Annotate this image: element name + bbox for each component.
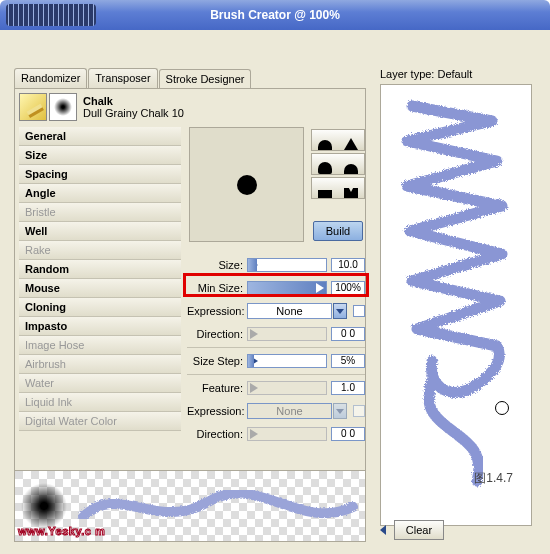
category-liquid-ink: Liquid Ink	[19, 393, 181, 412]
min-size-slider[interactable]	[247, 281, 327, 295]
min-size-value[interactable]: 100%	[331, 281, 365, 295]
expression1-label: Expression:	[187, 305, 247, 317]
category-cloning[interactable]: Cloning	[19, 298, 181, 317]
direction1-value: 0 0	[331, 327, 365, 341]
category-mouse[interactable]: Mouse	[19, 279, 181, 298]
category-angle[interactable]: Angle	[19, 184, 181, 203]
category-random[interactable]: Random	[19, 260, 181, 279]
titlebar[interactable]: Brush Creator @ 100%	[0, 0, 550, 30]
brush-category-icon[interactable]	[19, 93, 47, 121]
category-spacing[interactable]: Spacing	[19, 165, 181, 184]
stroke-designer-panel: Chalk Dull Grainy Chalk 10 GeneralSizeSp…	[14, 88, 366, 498]
shape-flat[interactable]	[312, 178, 338, 198]
shape-dome[interactable]	[312, 130, 338, 150]
brush-dab-icon[interactable]	[49, 93, 77, 121]
window-title: Brush Creator @ 100%	[210, 8, 340, 22]
size-step-slider[interactable]	[247, 354, 327, 368]
min-size-label: Min Size:	[187, 282, 247, 294]
tab-randomizer[interactable]: Randomizer	[14, 68, 87, 88]
stroke-wave	[69, 476, 365, 536]
shape-notch[interactable]	[338, 178, 364, 198]
tab-transposer[interactable]: Transposer	[88, 68, 157, 88]
expression1-invert[interactable]	[353, 305, 365, 317]
size-slider[interactable]	[247, 258, 327, 272]
direction2-label: Direction:	[187, 428, 247, 440]
feature-value: 1.0	[331, 381, 365, 395]
direction1-label: Direction:	[187, 328, 247, 340]
category-digital-water-color: Digital Water Color	[19, 412, 181, 431]
shape-round[interactable]	[312, 154, 338, 174]
size-step-label: Size Step:	[187, 355, 247, 367]
brush-variant: Dull Grainy Chalk 10	[83, 107, 184, 119]
build-button[interactable]: Build	[313, 221, 363, 241]
expression2-arrow	[333, 403, 347, 419]
direction2-slider	[247, 427, 327, 441]
tab-stroke-designer[interactable]: Stroke Designer	[159, 69, 252, 89]
expression1-arrow[interactable]	[333, 303, 347, 319]
back-arrow-icon[interactable]	[380, 525, 386, 535]
size-step-value[interactable]: 5%	[331, 354, 365, 368]
expression2-combo: None	[247, 403, 332, 419]
category-bristle: Bristle	[19, 203, 181, 222]
brush-name: Chalk	[83, 95, 184, 107]
category-size[interactable]: Size	[19, 146, 181, 165]
shape-dome2[interactable]	[338, 154, 364, 174]
expression2-invert	[353, 405, 365, 417]
category-airbrush: Airbrush	[19, 355, 181, 374]
layer-type-label: Layer type: Default	[380, 68, 540, 80]
stroke-preview-large[interactable]: 图1.4.7	[380, 84, 532, 526]
dab-preview	[189, 127, 304, 242]
category-impasto[interactable]: Impasto	[19, 317, 181, 336]
category-rake: Rake	[19, 241, 181, 260]
watermark: www.Yesky.c m	[18, 523, 105, 538]
size-label: Size:	[187, 259, 247, 271]
category-image-hose: Image Hose	[19, 336, 181, 355]
direction1-slider	[247, 327, 327, 341]
cursor-ring-icon	[495, 401, 509, 415]
shape-peak[interactable]	[338, 130, 364, 150]
feature-slider	[247, 381, 327, 395]
direction2-value: 0 0	[331, 427, 365, 441]
category-water: Water	[19, 374, 181, 393]
titlebar-grip[interactable]	[6, 4, 96, 26]
category-general[interactable]: General	[19, 127, 181, 146]
category-list: GeneralSizeSpacingAngleBristleWellRakeRa…	[19, 127, 181, 431]
figure-label: 图1.4.7	[474, 470, 513, 487]
dab-shape-grid	[311, 129, 365, 201]
expression1-combo[interactable]: None	[247, 303, 332, 319]
size-value[interactable]: 10.0	[331, 258, 365, 272]
expression2-label: Expression:	[187, 405, 247, 417]
feature-label: Feature:	[187, 382, 247, 394]
category-well[interactable]: Well	[19, 222, 181, 241]
clear-button[interactable]: Clear	[394, 520, 444, 540]
